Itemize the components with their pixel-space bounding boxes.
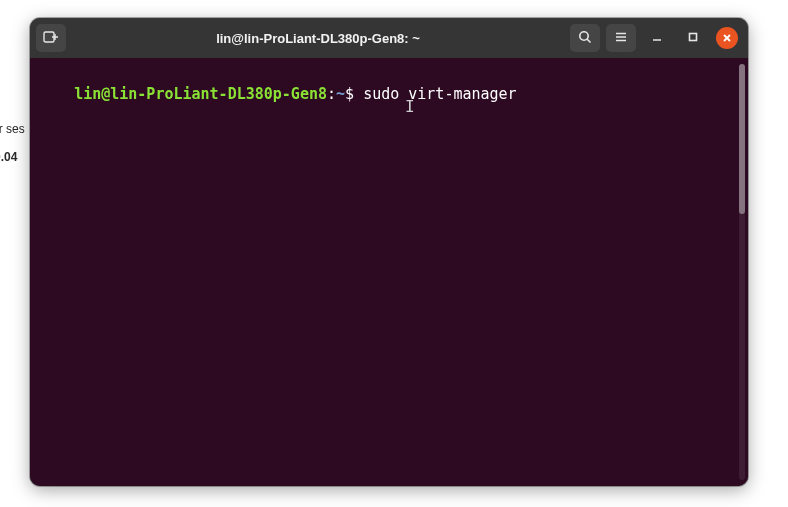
new-tab-icon bbox=[43, 30, 59, 47]
background-window-sliver: er ses 0.04 bbox=[0, 0, 30, 507]
close-button[interactable] bbox=[716, 27, 738, 49]
new-tab-button[interactable] bbox=[36, 24, 66, 52]
minimize-icon bbox=[651, 31, 663, 46]
svg-rect-9 bbox=[690, 33, 697, 40]
close-icon bbox=[722, 31, 732, 46]
command-text: sudo virt-manager bbox=[363, 85, 517, 103]
svg-point-3 bbox=[580, 31, 588, 39]
prompt-line: lin@lin-ProLiant-DL380p-Gen8:~$ sudo vir… bbox=[74, 85, 517, 103]
minimize-button[interactable] bbox=[642, 24, 672, 52]
bg-text: er ses bbox=[0, 122, 25, 136]
search-button[interactable] bbox=[570, 24, 600, 52]
window-title: lin@lin-ProLiant-DL380p-Gen8: ~ bbox=[72, 31, 564, 46]
maximize-icon bbox=[687, 31, 699, 46]
prompt-user-host: lin@lin-ProLiant-DL380p-Gen8 bbox=[74, 85, 327, 103]
terminal-window: lin@lin-ProLiant-DL380p-Gen8: ~ bbox=[30, 18, 748, 486]
bg-text: 0.04 bbox=[0, 150, 17, 164]
text-cursor-ibeam: I bbox=[405, 96, 415, 118]
search-icon bbox=[578, 30, 592, 47]
hamburger-icon bbox=[614, 30, 628, 47]
svg-line-4 bbox=[587, 39, 590, 42]
maximize-button[interactable] bbox=[678, 24, 708, 52]
terminal-area[interactable]: lin@lin-ProLiant-DL380p-Gen8:~$ sudo vir… bbox=[30, 58, 748, 486]
prompt-cwd: ~ bbox=[336, 85, 345, 103]
menu-button[interactable] bbox=[606, 24, 636, 52]
scrollbar-thumb[interactable] bbox=[739, 64, 745, 214]
prompt-separator: : bbox=[327, 85, 336, 103]
title-bar[interactable]: lin@lin-ProLiant-DL380p-Gen8: ~ bbox=[30, 18, 748, 58]
prompt-symbol: $ bbox=[345, 85, 354, 103]
